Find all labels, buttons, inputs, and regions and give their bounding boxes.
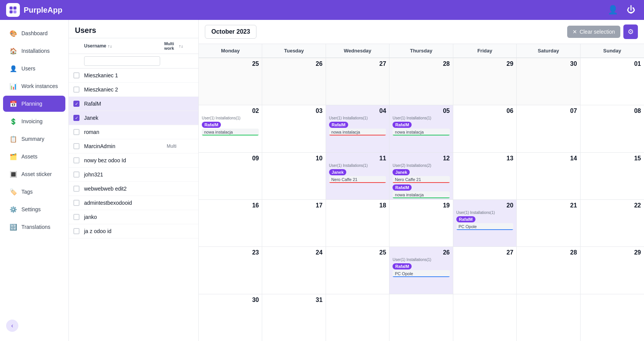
cal-week-1: 02User(1) Installations(1)RafalMnowa ins…: [199, 105, 644, 152]
cal-cell[interactable]: 18: [326, 200, 389, 246]
header-username: Username ↑↓: [84, 43, 160, 49]
user-checkbox[interactable]: [73, 157, 79, 163]
user-row[interactable]: ja z odoo id: [69, 224, 198, 238]
users-icon: 👤: [9, 64, 18, 73]
user-checkbox[interactable]: [73, 86, 79, 93]
sidebar-item-tags[interactable]: 🏷️Tags: [3, 184, 65, 200]
cal-cell[interactable]: 16: [199, 200, 262, 246]
cal-cell[interactable]: 30: [199, 294, 262, 341]
sidebar-item-work-instances[interactable]: 📊Work instances: [3, 78, 65, 94]
user-row[interactable]: roman: [69, 125, 198, 139]
user-checkbox[interactable]: [73, 72, 79, 78]
sidebar-item-summary[interactable]: 📋Summary: [3, 131, 65, 147]
cal-cell[interactable]: 20User(1) Installations(1)RafalMPC Opole: [453, 200, 517, 246]
sidebar-item-translations[interactable]: 🔡Translations: [3, 219, 65, 235]
cal-cell[interactable]: 19: [389, 200, 453, 246]
cal-cell[interactable]: 29: [581, 247, 644, 294]
cal-cell[interactable]: 23: [199, 247, 262, 294]
user-row[interactable]: nowy bez odoo Id: [69, 153, 198, 168]
user-checkbox[interactable]: [73, 228, 79, 234]
user-row[interactable]: admintestbexodooid: [69, 196, 198, 210]
cal-cell[interactable]: 25: [326, 247, 389, 294]
cal-cell[interactable]: [389, 294, 453, 341]
tags-icon: 🏷️: [9, 188, 18, 196]
cal-cell[interactable]: 27: [326, 58, 389, 105]
sidebar-collapse-button[interactable]: ‹: [6, 320, 18, 332]
username-label: webwebweb edit2: [84, 186, 160, 192]
cal-cell[interactable]: [517, 294, 580, 341]
sidebar-label-assets: Assets: [21, 153, 37, 160]
cal-cell[interactable]: 06: [453, 105, 517, 152]
cal-cell[interactable]: 11User(1) Installations(1)JanekNero Caff…: [326, 153, 389, 199]
user-row[interactable]: MarcinAdmin Multi: [69, 139, 198, 153]
cal-cell[interactable]: 12User(2) Installations(2)JanekNero Caff…: [389, 153, 453, 199]
calendar-settings-button[interactable]: ⚙: [623, 24, 638, 39]
user-checkbox[interactable]: [73, 129, 79, 135]
cal-cell[interactable]: 21: [517, 200, 580, 246]
cal-cell[interactable]: 01: [581, 58, 644, 105]
cal-cell[interactable]: [453, 294, 517, 341]
user-row[interactable]: Mieszkaniec 1: [69, 69, 198, 83]
user-row[interactable]: john321: [69, 168, 198, 182]
cal-cell[interactable]: [581, 294, 644, 341]
sidebar-item-dashboard[interactable]: 🎨Dashboard: [3, 25, 65, 41]
day-number: 30: [202, 297, 259, 303]
cal-cell[interactable]: 14: [517, 153, 580, 199]
cal-cell[interactable]: 29: [453, 58, 517, 105]
logo: [6, 3, 20, 17]
cal-cell[interactable]: 09: [199, 153, 262, 199]
sidebar-item-invoicing[interactable]: 💲Invoicing: [3, 113, 65, 129]
cal-cell[interactable]: 02User(1) Installations(1)RafalMnowa ins…: [199, 105, 262, 152]
user-row[interactable]: webwebweb edit2: [69, 182, 198, 196]
user-icon-button[interactable]: 👤: [606, 3, 620, 17]
cal-cell[interactable]: 26User(1) Installations(1)RafalMPC Opole: [389, 247, 453, 294]
user-checkbox[interactable]: [73, 200, 79, 206]
cal-cell[interactable]: 27: [453, 247, 517, 294]
cal-cell[interactable]: 08: [581, 105, 644, 152]
cal-cell[interactable]: 26: [262, 58, 326, 105]
power-button[interactable]: ⏻: [624, 3, 638, 17]
sidebar-label-settings: Settings: [21, 206, 41, 212]
event-bar: nowa instalacja: [393, 129, 449, 135]
cal-cell[interactable]: 30: [517, 58, 580, 105]
cal-cell[interactable]: 17: [262, 200, 326, 246]
cal-cell[interactable]: 13: [453, 153, 517, 199]
sidebar-label-work-instances: Work instances: [21, 83, 58, 89]
users-list: Mieszkaniec 1 Mieszkaniec 2 RafalM Janek…: [69, 69, 198, 238]
cal-cell[interactable]: 25: [199, 58, 262, 105]
user-search-input[interactable]: [84, 56, 160, 66]
sidebar-item-assets[interactable]: 🗂️Assets: [3, 148, 65, 165]
sidebar-item-asset-sticker[interactable]: 🔳Asset sticker: [3, 166, 65, 182]
user-checkbox[interactable]: [73, 171, 79, 178]
cal-cell[interactable]: 04User(1) Installations(1)RafalMnowa ins…: [326, 105, 389, 152]
user-checkbox[interactable]: [73, 101, 79, 107]
cal-cell[interactable]: 28: [389, 58, 453, 105]
user-checkbox[interactable]: [73, 214, 79, 220]
cal-cell[interactable]: 10: [262, 153, 326, 199]
user-checkbox[interactable]: [73, 143, 79, 149]
user-row[interactable]: janko: [69, 210, 198, 224]
cal-cell[interactable]: 22: [581, 200, 644, 246]
cal-cell[interactable]: 31: [262, 294, 326, 341]
event-tag: RafalM: [393, 263, 412, 269]
sidebar-item-planning[interactable]: 📅Planning: [3, 96, 65, 112]
cal-cell[interactable]: 28: [517, 247, 580, 294]
cal-cell[interactable]: 15: [581, 153, 644, 199]
users-table-header: Username ↑↓ Multi work ↑↓: [69, 38, 198, 54]
sidebar-item-settings[interactable]: ⚙️Settings: [3, 201, 65, 217]
cal-cell[interactable]: 03: [262, 105, 326, 152]
cal-cell[interactable]: 24: [262, 247, 326, 294]
user-row[interactable]: Mieszkaniec 2: [69, 83, 198, 97]
cal-cell[interactable]: [326, 294, 389, 341]
user-row[interactable]: Janek: [69, 111, 198, 125]
cal-cell[interactable]: 05User(1) Installations(1)RafalMnowa ins…: [389, 105, 453, 152]
user-checkbox[interactable]: [73, 115, 79, 121]
username-label: RafalM: [84, 101, 160, 107]
sidebar-item-users[interactable]: 👤Users: [3, 60, 65, 77]
sidebar: 🎨Dashboard🏠Installations👤Users📊Work inst…: [0, 20, 69, 341]
cal-cell[interactable]: 07: [517, 105, 580, 152]
user-checkbox[interactable]: [73, 186, 79, 192]
sidebar-item-installations[interactable]: 🏠Installations: [3, 43, 65, 59]
clear-selection-button[interactable]: ✕ Clear selection: [567, 26, 620, 38]
user-row[interactable]: RafalM: [69, 97, 198, 111]
